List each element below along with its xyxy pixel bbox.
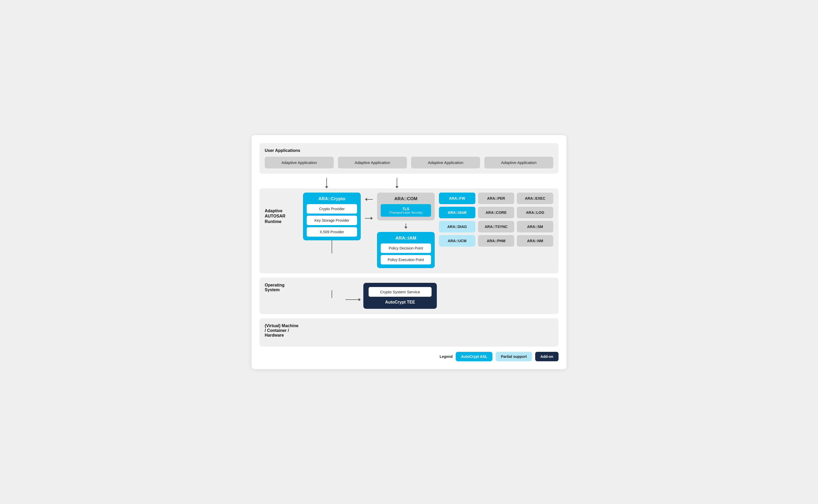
ara-ucm-box: ARA::UCM bbox=[439, 235, 475, 247]
arrow-com-to-crypto bbox=[365, 198, 373, 201]
key-storage-provider-box: Key Storage Provider bbox=[307, 216, 357, 225]
ara-fw-box: ARA::FW bbox=[439, 193, 475, 204]
crypto-system-service-box: Crypto System Service bbox=[369, 287, 432, 297]
ara-idsm-box: ARA::IdsM bbox=[439, 207, 475, 218]
ara-sm-box: ARA::SM bbox=[517, 221, 553, 232]
tls-box: TLS (Transport Layer Security) bbox=[381, 204, 431, 217]
diagram-wrapper: User Applications Adaptive Application A… bbox=[252, 135, 566, 369]
adaptive-app-2: Adaptive Application bbox=[338, 157, 407, 168]
crypto-provider-box: Crypto Provider bbox=[307, 204, 357, 214]
ara-grid: ARA::FW ARA::PER ARA::EXEC ARA::IdsM ARA… bbox=[439, 193, 553, 247]
arrow-app1-to-crypto bbox=[325, 178, 328, 188]
tls-subtitle: (Transport Layer Security) bbox=[384, 211, 427, 214]
runtime-label-col: Adaptive AUTOSAR Runtime bbox=[265, 193, 299, 225]
ara-crypto-title: ARA::Crypto bbox=[307, 196, 357, 201]
os-label-col: Operating System bbox=[265, 283, 299, 296]
autocrypt-tee-label: AutoCrypt TEE bbox=[369, 300, 432, 305]
adaptive-apps-row: Adaptive Application Adaptive Applicatio… bbox=[265, 157, 553, 168]
ara-com-title: ARA::COM bbox=[381, 196, 431, 201]
ara-log-box: ARA::LOG bbox=[517, 207, 553, 218]
operating-system-label: Operating System bbox=[265, 283, 299, 292]
arrow-to-autocrypt bbox=[359, 298, 361, 301]
user-applications-label: User Applications bbox=[265, 148, 553, 153]
policy-execution-point-box: Policy Execution Point bbox=[381, 255, 431, 264]
ara-per-box: ARA::PER bbox=[478, 193, 514, 204]
ara-crypto-block: ARA::Crypto Crypto Provider Key Storage … bbox=[303, 193, 361, 240]
arrow-crypto-to-os bbox=[332, 240, 332, 253]
arrow-crypto-to-iam bbox=[365, 217, 373, 220]
legend-autocrypt-asl: AutoCrypt ASL bbox=[456, 352, 492, 361]
ara-diag-box: ARA::DIAG bbox=[439, 221, 475, 232]
legend-partial-support: Partial support bbox=[496, 352, 532, 361]
arrow-tls-to-iam bbox=[377, 224, 435, 229]
legend: Legend AutoCrypt ASL Partial support Add… bbox=[259, 352, 559, 361]
autocrypt-tee-block: Crypto System Service AutoCrypt TEE bbox=[363, 283, 437, 309]
section-operating-system: Operating System Crypto Sys bbox=[259, 278, 559, 314]
ara-tsync-box: ARA::TSYNC bbox=[478, 221, 514, 232]
section-adaptive-runtime: Adaptive AUTOSAR Runtime ARA::Crypto Cry… bbox=[259, 188, 559, 273]
adaptive-app-3: Adaptive Application bbox=[411, 157, 480, 168]
adaptive-runtime-label: Adaptive AUTOSAR Runtime bbox=[265, 208, 299, 225]
legend-addon: Add-on bbox=[535, 352, 559, 361]
section-user-applications: User Applications Adaptive Application A… bbox=[259, 143, 559, 174]
arrow-app2-to-com bbox=[395, 178, 399, 188]
x509-provider-box: X.509 Provider bbox=[307, 227, 357, 237]
virtual-machine-label: (Virtual) Machine / Container / Hardware bbox=[265, 323, 299, 338]
ara-phm-box: ARA::PHM bbox=[478, 235, 514, 247]
ara-iam-title: ARA::IAM bbox=[381, 236, 431, 241]
ara-iam-block: ARA::IAM Policy Decision Point Policy Ex… bbox=[377, 232, 435, 268]
legend-label: Legend bbox=[440, 354, 453, 359]
section-virtual-machine: (Virtual) Machine / Container / Hardware bbox=[259, 318, 559, 347]
policy-decision-point-box: Policy Decision Point bbox=[381, 243, 431, 253]
middle-col: ARA::COM TLS (Transport Layer Security) … bbox=[377, 193, 435, 268]
ara-nm-box: ARA::NM bbox=[517, 235, 553, 247]
adaptive-app-1: Adaptive Application bbox=[265, 157, 334, 168]
vm-label-col: (Virtual) Machine / Container / Hardware bbox=[265, 323, 299, 341]
ara-exec-box: ARA::EXEC bbox=[517, 193, 553, 204]
ara-com-block: ARA::COM TLS (Transport Layer Security) bbox=[377, 193, 435, 220]
ara-core-box: ARA::CORE bbox=[478, 207, 514, 218]
adaptive-app-4: Adaptive Application bbox=[484, 157, 553, 168]
